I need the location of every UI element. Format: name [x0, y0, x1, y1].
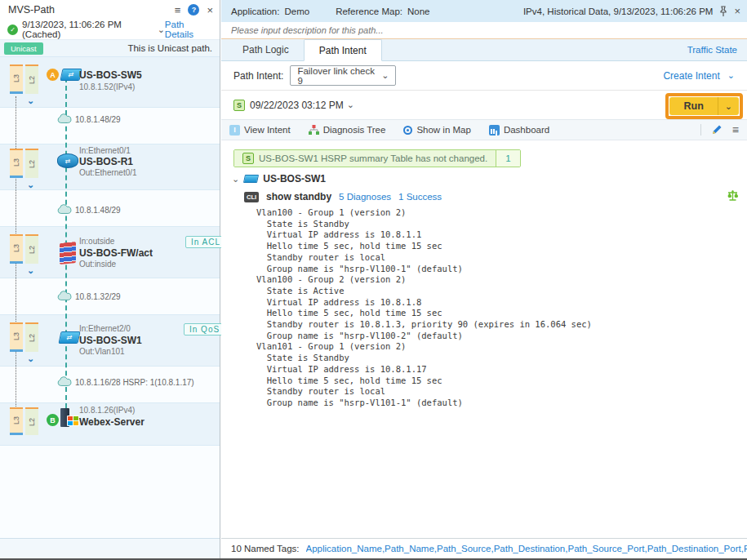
tree-device-name[interactable]: US-BOS-SW1: [263, 173, 326, 184]
tab-l3[interactable]: L3: [10, 149, 23, 178]
path-pane-footer: [0, 538, 220, 558]
layer-tabs: L3 L2: [10, 64, 38, 94]
run-button[interactable]: Run: [669, 97, 717, 115]
pane-menu-icon[interactable]: ≡: [175, 5, 181, 16]
create-intent-link[interactable]: Create Intent ⌄: [663, 70, 735, 82]
view-intent-button[interactable]: I View Intent: [229, 125, 291, 136]
qos-tag-badge[interactable]: In QoS: [184, 323, 225, 336]
description-input[interactable]: [231, 25, 737, 35]
device-out-interface: Out:Vlan101: [79, 347, 125, 356]
help-icon[interactable]: ?: [188, 4, 199, 16]
device-tree-row[interactable]: ⌄ US-BOS-SW1: [232, 173, 326, 184]
cli-command: show standby: [266, 191, 331, 202]
firewall-icon[interactable]: [60, 242, 76, 264]
expand-chevron-icon[interactable]: ⌄: [27, 96, 34, 106]
diagnosis-tree-button[interactable]: Diagnosis Tree: [309, 125, 386, 136]
path-status-row: ✓ 9/13/2023, 11:06:26 PM (Cached) ⌄ Path…: [0, 20, 220, 39]
result-count-badge[interactable]: 1: [496, 150, 519, 167]
device-in-interface: In:Ethernet2/0: [79, 324, 131, 333]
tab-l3[interactable]: L3: [10, 322, 23, 352]
reference-map-link[interactable]: None: [407, 7, 430, 16]
close-pane-icon[interactable]: ×: [734, 6, 740, 16]
switch-icon: [243, 175, 259, 183]
application-label: Application:: [231, 7, 279, 16]
device-name[interactable]: US-BOS-SW5: [79, 69, 142, 81]
named-tags-label: 10 Named Tags:: [231, 544, 300, 553]
network-cloud-icon[interactable]: [57, 204, 72, 215]
pin-icon[interactable]: [719, 6, 727, 16]
success-link[interactable]: 1 Success: [398, 192, 442, 202]
view-intent-icon: I: [229, 125, 240, 136]
device-out-interface: Out:Ethernet0/1: [79, 168, 137, 177]
endpoint-b-badge: B: [47, 414, 59, 426]
result-message[interactable]: S US-BOS-SW1 HSRP summary Table has not …: [233, 149, 521, 167]
expand-chevron-icon[interactable]: ⌄: [27, 180, 34, 190]
named-tags-links[interactable]: Application_Name,Path_Name,Path_Source,P…: [306, 544, 747, 553]
tab-l3[interactable]: L3: [10, 407, 23, 435]
app-window: MVS-Path ≡ ? × ✓ 9/13/2023, 11:06:26 PM …: [0, 0, 747, 560]
tab-path-intent[interactable]: Path Intent: [304, 39, 382, 61]
tab-path-logic[interactable]: Path Logic: [228, 39, 304, 60]
expand-chevron-icon[interactable]: ⌄: [27, 353, 34, 364]
server-icon[interactable]: [59, 408, 80, 428]
tab-l2[interactable]: L2: [25, 64, 38, 94]
layer-tabs: L3 L2: [10, 149, 38, 178]
collapse-chevron-icon[interactable]: ⌄: [232, 174, 239, 184]
cloud-subnet-label: 10.8.1.16/28 HSRP: 1(10.8.1.17): [75, 378, 194, 387]
success-check-icon: ✓: [7, 24, 18, 35]
row-band: [0, 107, 220, 144]
run-split-button[interactable]: Run ⌄: [669, 97, 739, 115]
intent-dropdown[interactable]: Failover link check 9 ⌄: [290, 65, 396, 86]
network-cloud-icon[interactable]: [57, 113, 72, 124]
snapshot-timestamp[interactable]: 09/22/2023 03:12 PM: [250, 100, 344, 111]
diagnoses-link[interactable]: 5 Diagnoses: [339, 192, 391, 202]
path-details-link[interactable]: Path Details: [165, 20, 212, 39]
network-cloud-icon[interactable]: [57, 376, 72, 387]
description-row: [221, 22, 747, 39]
show-in-map-icon: [403, 126, 412, 135]
tab-l3[interactable]: L3: [10, 234, 23, 264]
layer-tabs: L3 L2: [10, 407, 38, 435]
endpoint-a-badge: A: [47, 69, 59, 81]
timestamp-chevron-icon[interactable]: ⌄: [158, 24, 165, 35]
layer-tabs: L3 L2: [10, 234, 38, 264]
compare-scale-icon[interactable]: [727, 189, 739, 202]
layer-tabs: L3 L2: [10, 322, 38, 352]
application-bar: Application: Demo Reference Map: None IP…: [221, 0, 747, 22]
run-options-chevron-icon[interactable]: ⌄: [718, 97, 739, 115]
acl-tag-badge[interactable]: In ACL: [185, 236, 226, 248]
device-name[interactable]: US-BOS-FW/act: [79, 247, 153, 259]
snapshot-chevron-icon[interactable]: ⌄: [347, 100, 354, 110]
device-name[interactable]: US-BOS-SW1: [79, 335, 142, 346]
path-timestamp[interactable]: 9/13/2023, 11:06:26 PM (Cached): [22, 20, 154, 39]
network-cloud-icon[interactable]: [57, 291, 72, 301]
tab-l2[interactable]: L2: [25, 234, 38, 264]
result-toolbar: I View Intent Diagnosis Tree Show in Map…: [221, 119, 747, 140]
row-band: [0, 445, 220, 538]
traffic-state-link[interactable]: Traffic State: [687, 45, 737, 55]
run-button-highlight: Run ⌄: [665, 93, 743, 119]
pane-close-icon[interactable]: ×: [207, 5, 213, 16]
edit-pencil-icon[interactable]: [711, 124, 723, 136]
dashboard-button[interactable]: Dashboard: [489, 125, 549, 136]
named-tags-bar: 10 Named Tags: Application_Name,Path_Nam…: [221, 538, 747, 558]
switch-icon[interactable]: ⇄: [58, 331, 80, 344]
tab-l2[interactable]: L2: [25, 407, 38, 435]
tab-l2[interactable]: L2: [25, 322, 38, 352]
tab-l3[interactable]: L3: [10, 64, 23, 94]
tab-strip: Path Logic Path Intent Traffic State: [221, 39, 747, 61]
device-in-interface: In:Ethernet0/1: [79, 146, 131, 155]
intent-label: Path Intent:: [233, 70, 283, 82]
router-icon[interactable]: ⇄: [57, 153, 78, 168]
expand-chevron-icon[interactable]: ⌄: [27, 265, 34, 276]
device-name[interactable]: US-BOS-R1: [79, 156, 133, 167]
path-pane-header: MVS-Path ≡ ? ×: [0, 0, 220, 20]
show-in-map-button[interactable]: Show in Map: [403, 125, 470, 135]
list-menu-icon[interactable]: ≡: [732, 123, 739, 136]
windows-logo-icon: [67, 416, 79, 426]
tab-l2[interactable]: L2: [25, 149, 38, 178]
unicast-row: Unicast This is Unicast path.: [0, 39, 220, 56]
device-ip: 10.8.1.52(IPv4): [79, 82, 135, 91]
device-name[interactable]: Webex-Server: [79, 416, 145, 428]
device-in-interface: In:outside: [79, 237, 114, 246]
